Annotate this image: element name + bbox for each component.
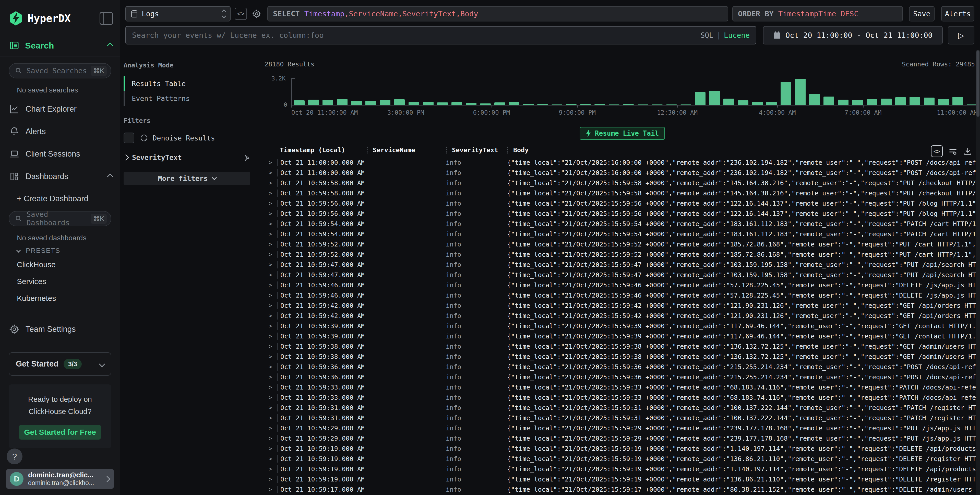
expand-row-icon[interactable]: > [264,425,277,431]
resume-live-tail-button[interactable]: Resume Live Tail [580,127,665,140]
select-columns-input[interactable]: SELECT Timestamp ,ServiceName,SeverityTe… [267,6,728,21]
histogram-bar[interactable] [953,97,963,105]
histogram-bar[interactable] [910,97,920,105]
sidebar-item-team-settings[interactable]: Team Settings [0,318,120,341]
table-row[interactable]: >Oct 21 10:59:36.000 AMinfo{"time_local"… [264,362,980,372]
preset-clickhouse[interactable]: ClickHouse [0,256,120,273]
table-row[interactable]: >Oct 21 10:59:42.000 AMinfo{"time_local"… [264,300,980,310]
histogram-bar[interactable] [795,79,806,105]
more-filters-button[interactable]: More filters [124,172,250,185]
expand-row-icon[interactable]: > [264,343,277,350]
table-row[interactable]: >Oct 21 10:59:38.000 AMinfo{"time_local"… [264,341,980,352]
expand-row-icon[interactable]: > [264,190,277,196]
histogram-bar[interactable] [308,100,319,105]
table-row[interactable]: >Oct 21 10:59:19.000 AMinfo{"time_local"… [264,464,980,474]
table-row[interactable]: >Oct 21 10:59:33.000 AMinfo{"time_local"… [264,382,980,392]
table-row[interactable]: >Oct 21 10:59:19.000 AMinfo{"time_local"… [264,443,980,454]
table-row[interactable]: >Oct 21 10:59:17.000 AMinfo{"time_local"… [264,484,980,495]
table-row[interactable]: >Oct 21 10:59:19.000 AMinfo{"time_local"… [264,474,980,484]
table-row[interactable]: >Oct 21 10:59:54.000 AMinfo{"time_local"… [264,219,980,229]
alerts-button[interactable]: Alerts [941,6,974,21]
help-button[interactable]: ? [6,449,22,464]
orderby-input[interactable]: ORDER BY TimestampTime DESC [732,6,903,21]
collapse-sidebar-icon[interactable] [100,12,113,25]
column-resize-handle[interactable] [446,147,449,153]
scrollbar[interactable] [976,50,980,495]
table-row[interactable]: >Oct 21 10:59:56.000 AMinfo{"time_local"… [264,198,980,209]
histogram-bar[interactable] [294,100,305,105]
save-button[interactable]: Save [909,6,935,21]
expand-row-icon[interactable]: > [264,394,277,401]
histogram-bar[interactable] [838,100,848,105]
expand-row-icon[interactable]: > [264,353,277,360]
expand-row-icon[interactable]: > [264,210,277,217]
expand-row-icon[interactable]: > [264,251,277,258]
expand-row-icon[interactable]: > [264,333,277,339]
sidebar-item-chart-explorer[interactable]: Chart Explorer [0,98,120,120]
histogram-bar[interactable] [365,101,376,105]
lang-lucene[interactable]: Lucene [724,31,750,40]
expand-row-icon[interactable]: > [264,169,277,176]
table-row[interactable]: >Oct 21 10:59:29.000 AMinfo{"time_local"… [264,433,980,443]
histogram-bar[interactable] [852,100,863,105]
histogram-bar[interactable] [380,100,390,105]
saved-searches-input[interactable]: Saved Searches ⌘K [9,63,111,78]
table-row[interactable]: >Oct 21 10:59:58.000 AMinfo{"time_local"… [264,178,980,188]
expand-row-icon[interactable]: > [264,374,277,380]
create-dashboard-button[interactable]: + Create Dashboard [0,188,120,209]
histogram-bar[interactable] [351,100,362,105]
histogram-bar[interactable] [824,97,834,105]
user-menu[interactable]: D dominic.tran@clic... dominic.tran@clic… [6,469,114,489]
saved-dashboards-input[interactable]: Saved Dashboards ⌘K [9,211,111,226]
histogram-bar[interactable] [709,91,720,105]
table-row[interactable]: >Oct 21 10:59:38.000 AMinfo{"time_local"… [264,352,980,362]
table-row[interactable]: >Oct 21 10:59:39.000 AMinfo{"time_local"… [264,321,980,331]
histogram-bar[interactable] [924,97,935,105]
expand-row-icon[interactable]: > [264,435,277,442]
table-row[interactable]: >Oct 21 10:59:42.000 AMinfo{"time_local"… [264,310,980,321]
col-body[interactable]: Body [504,146,937,154]
expand-row-icon[interactable]: > [264,302,277,309]
expand-row-icon[interactable]: > [264,231,277,237]
table-code-view-icon[interactable]: <> [931,145,943,157]
table-row[interactable]: >Oct 21 10:59:46.000 AMinfo{"time_local"… [264,280,980,290]
histogram-bar[interactable] [809,94,820,105]
histogram-bar[interactable] [867,99,877,105]
download-icon[interactable] [963,146,972,156]
get-started-dropdown[interactable]: Get Started 3/3 [9,352,111,376]
query-language-toggle[interactable]: SQL|Lucene [700,31,750,40]
table-row[interactable]: >Oct 21 10:59:56.000 AMinfo{"time_local"… [264,209,980,219]
expand-row-icon[interactable]: > [264,200,277,207]
table-row[interactable]: >Oct 21 10:59:36.000 AMinfo{"time_local"… [264,372,980,382]
expand-row-icon[interactable]: > [264,486,277,493]
expand-row-icon[interactable]: > [264,292,277,299]
table-row[interactable]: >Oct 21 10:59:29.000 AMinfo{"time_local"… [264,423,980,433]
expand-row-icon[interactable]: > [264,323,277,329]
table-row[interactable]: >Oct 21 10:59:47.000 AMinfo{"time_local"… [264,259,980,270]
pin-icon[interactable] [243,154,250,161]
expand-row-icon[interactable]: > [264,220,277,227]
expand-row-icon[interactable]: > [264,261,277,268]
tab-event-patterns[interactable]: Event Patterns [124,91,250,106]
expand-row-icon[interactable]: > [264,466,277,472]
scrollbar-thumb[interactable] [977,50,980,117]
sql-editor-toggle-icon[interactable]: <> [235,8,247,20]
source-select[interactable]: Logs [126,6,231,21]
histogram-bar[interactable] [695,92,705,105]
run-query-button[interactable]: ▷ [948,26,974,45]
expand-row-icon[interactable]: > [264,455,277,462]
sidebar-item-dashboards[interactable]: Dashboards [0,165,120,188]
get-started-free-button[interactable]: Get Started for Free [19,425,101,439]
histogram-bar[interactable] [781,82,791,105]
table-row[interactable]: >Oct 21 11:00:00.000 AMinfo{"time_local"… [264,167,980,178]
sidebar-item-search[interactable]: Search [0,26,120,56]
expand-row-icon[interactable]: > [264,241,277,247]
expand-row-icon[interactable]: > [264,445,277,452]
column-resize-handle[interactable] [507,147,510,153]
preset-services[interactable]: Services [0,273,120,290]
table-row[interactable]: >Oct 21 10:59:46.000 AMinfo{"time_local"… [264,290,980,300]
expand-row-icon[interactable]: > [264,312,277,319]
event-search-input[interactable]: Search your events w/ Lucene ex. column:… [126,26,756,45]
presets-toggle[interactable]: PRESETS [0,242,120,256]
table-row[interactable]: >Oct 21 10:59:58.000 AMinfo{"time_local"… [264,188,980,198]
